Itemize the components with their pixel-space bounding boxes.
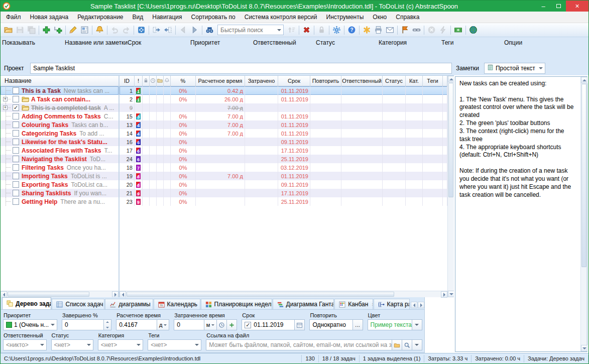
tab-charts[interactable]: диаграммы× [105,299,153,309]
task-grid-row[interactable]: 110%0.42 д01.11.2019 [120,86,447,95]
time-spent-unit-dropdown[interactable]: м [204,320,217,330]
task-checkbox[interactable] [13,96,19,102]
tab-mindmap[interactable]: Карта ра [374,299,410,309]
column-header-cat[interactable]: Кат. [406,76,423,86]
new-subtask-icon[interactable] [52,24,64,36]
project-input[interactable] [30,63,452,74]
task-grid-row[interactable]: 1870%03.12.2019 [120,163,447,172]
delete-icon[interactable] [301,24,312,36]
menu-item[interactable]: Справка [391,12,424,22]
tags-combo[interactable]: <нет> [148,339,201,350]
priority-combo[interactable]: 1 (Очень н... [3,319,57,330]
task-checkbox[interactable]: ✓ [13,104,19,111]
task-grid-row[interactable]: 1980%7.00 д01.11.2019 [120,172,447,180]
column-header-status[interactable]: Статус [383,76,406,86]
chevron-down-icon[interactable] [275,25,283,35]
notes-scrollbar[interactable] [580,77,587,351]
maximize-icon[interactable] [136,24,147,36]
new-task-icon[interactable] [41,24,52,36]
task-checkbox[interactable] [13,156,19,162]
task-grid-row[interactable]: 210%26.00 д01.11.2019 [120,95,447,103]
task-checkbox[interactable] [13,164,19,171]
task-tree-row[interactable]: Associated Files with TasksT... [1,146,119,155]
task-checkbox[interactable] [13,181,19,188]
task-checkbox[interactable] [13,87,19,94]
tab-tree[interactable]: Дерево задач [2,297,51,309]
task-tree-row[interactable]: Importing TasksToDoList is ... [1,172,119,180]
minimize-button[interactable]: – [536,1,551,12]
column-header-assigned[interactable]: Ответственный [341,76,383,86]
task-tree-row[interactable]: Categorizing TasksTo add ... [1,129,119,138]
column-header-bell[interactable] [164,76,171,86]
task-notes-icon[interactable] [79,24,90,36]
print-icon[interactable] [373,24,384,36]
spellcheck-icon[interactable] [361,24,373,36]
reminder-icon[interactable] [94,24,105,36]
scroll-down-icon[interactable] [581,345,587,351]
estimate-input[interactable]: 0.4167 д [116,319,169,330]
tab-scroll-right[interactable] [418,302,424,308]
file-link-dropdown[interactable] [412,339,422,350]
task-tree-row[interactable]: Getting HelpThere are a nu... [1,197,119,206]
edit-icon[interactable] [67,24,79,36]
task-checkbox[interactable] [13,130,19,137]
due-date-input[interactable]: ✓ 01.11.2019 [242,319,295,330]
column-header-estimate[interactable]: Расчетное время [196,76,245,86]
allocated-to-combo[interactable]: <никто> [3,339,47,350]
tree-header[interactable]: Название [1,76,119,86]
task-tree-row[interactable]: Likewise for the task's Statu... [1,138,119,146]
menu-item[interactable]: Навигация [148,12,186,22]
forward-icon[interactable] [399,24,411,36]
grid-hscrollbar[interactable] [120,291,447,297]
task-grid-row[interactable]: 2190%17.11.2019 [120,189,447,197]
move-right-icon[interactable] [151,24,162,36]
due-date-checkbox[interactable]: ✓ [245,322,251,328]
column-header-clock[interactable] [150,76,157,86]
browse-file-icon[interactable] [392,339,402,350]
notes-text[interactable]: New tasks can be created using: 1. The '… [455,77,580,351]
status-combo[interactable]: <нет> [51,339,93,350]
color-dropdown-button[interactable] [412,319,422,330]
tab-planner[interactable]: Планировщик недели× [201,299,272,309]
menu-item[interactable]: Сортировать по [187,12,240,22]
menu-item[interactable]: Вид [128,12,148,22]
tab-kanban[interactable]: Канбан× [334,299,373,309]
column-header-spent[interactable]: Затрачено [245,76,278,86]
time-spent-input[interactable]: 0 м [174,319,217,330]
close-tab-icon[interactable]: × [372,301,373,307]
open-icon[interactable] [3,24,14,36]
expand-icon[interactable]: + [3,97,8,101]
tab-scroll-left[interactable] [411,302,417,308]
category-combo[interactable]: <нет> [98,339,143,350]
notes-format-combo[interactable]: Простой текст [484,63,545,74]
tab-calendar[interactable]: 31Календарь× [154,299,200,309]
grid-vscrollbar[interactable] [447,76,454,297]
column-header-repeat[interactable]: Повторить [310,76,341,86]
column-header-due[interactable]: Срок [278,76,310,86]
column-header-pct[interactable]: % [171,76,196,86]
menu-item[interactable]: Инструменты [322,12,369,22]
file-link-input[interactable]: Может быть файлом, папкой, сайтом, email… [206,339,392,350]
column-header-priority[interactable]: ! [135,76,143,86]
percent-spinner[interactable] [104,319,111,330]
menu-item[interactable]: Редактирование [73,12,128,22]
task-tree-row[interactable]: Navigating the TasklistToD... [1,155,119,163]
menu-item[interactable]: Окно [368,12,391,22]
task-grid-row[interactable]: 1440%7.00 д01.11.2019 [120,129,447,138]
task-tree-row[interactable]: +✓This is a completed taskA ... [1,103,119,112]
find-icon[interactable] [204,24,215,36]
move-left-icon[interactable] [162,24,174,36]
tab-list[interactable]: Список задач× [52,299,104,309]
task-tree-row[interactable]: +A Task can contain... [1,95,119,103]
task-checkbox[interactable] [13,147,19,154]
task-tree-row[interactable]: Filtering TasksOnce you ha... [1,163,119,172]
web-icon[interactable] [467,24,479,36]
task-tree-row[interactable]: Exporting TasksToDoList ca... [1,180,119,189]
donate-icon[interactable] [452,24,464,36]
task-grid-row[interactable]: 1530%7.00 д01.11.2019 [120,112,447,120]
help-icon[interactable]: ? [346,24,358,36]
recurrence-edit-button[interactable]: ... [353,319,363,330]
add-time-button[interactable] [227,319,237,330]
expand-icon[interactable]: + [3,105,8,110]
next-icon[interactable] [189,24,200,36]
